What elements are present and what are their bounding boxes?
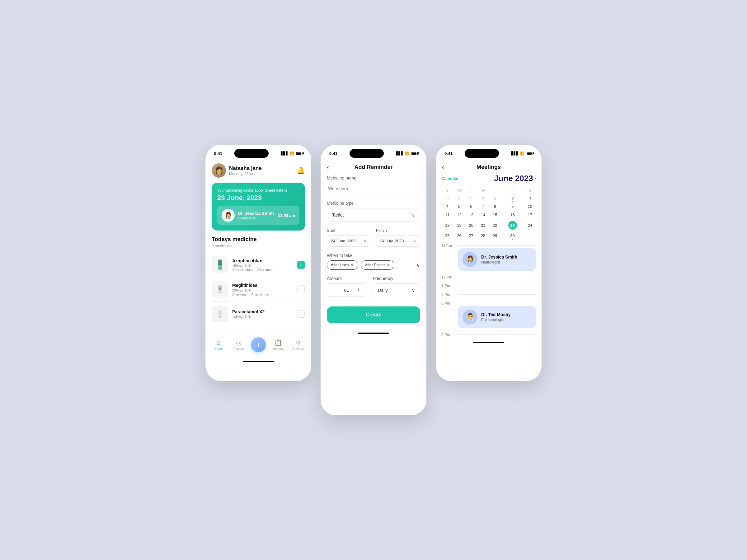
slot-3pm-content: 👨‍⚕️ Dr. Ted Mosby Pulmonologist xyxy=(458,300,536,328)
cal-day[interactable]: 10 xyxy=(524,202,536,211)
cal-day[interactable]: 26 xyxy=(453,232,465,240)
tag-after-lunch[interactable]: After lunch ✕ xyxy=(327,260,358,270)
cal-day has-dot[interactable]: 30 xyxy=(501,232,524,240)
tags-dropdown-icon[interactable]: ∨ xyxy=(416,262,420,268)
nav-settings[interactable]: ⚙ Settings xyxy=(290,339,306,351)
status-icons-3: ▋▋▋ 📶 xyxy=(511,152,533,156)
medicine-type-select[interactable]: Tablet ∨ xyxy=(327,208,420,222)
cal-day[interactable]: 1 xyxy=(489,194,501,202)
medicines-count: 8 medicines xyxy=(212,244,305,248)
calendar-arrow-icon[interactable]: › xyxy=(535,176,536,181)
doctor-avatar-1: 👩‍⚕️ xyxy=(222,209,235,222)
frequency-select[interactable]: Daily ∨ xyxy=(372,284,420,297)
cal-day[interactable]: 17 xyxy=(524,211,536,219)
appt-label: Your upcoming doctor appointment date is xyxy=(217,188,300,193)
chevron-down-icon: ∨ xyxy=(412,212,415,217)
cal-day[interactable]: 28 xyxy=(477,232,489,240)
explore-icon: ◎ xyxy=(236,339,241,346)
medicine-item-3: Paracetamol X2 100mg, 1pill xyxy=(212,302,305,326)
cal-day[interactable]: 8 xyxy=(489,202,501,211)
med-checkbox-2[interactable] xyxy=(297,285,305,293)
med-name-1: Azoptex obtax xyxy=(232,258,293,263)
time-2: 9:41 xyxy=(329,151,337,156)
med-icon-3 xyxy=(212,305,229,322)
cal-day[interactable]: 5 xyxy=(453,202,465,211)
back-button-2[interactable]: ‹ xyxy=(327,164,329,171)
wifi-icon-2: 📶 xyxy=(405,152,409,156)
cal-day has-dot[interactable]: 2 xyxy=(501,194,524,202)
cal-day[interactable]: 14 xyxy=(477,211,489,219)
sched-info-jessica: Dr. Jessica Smith Neurologist xyxy=(481,255,517,264)
time-line-4pm xyxy=(458,335,536,335)
calendar-header: Calendar June 2023 › xyxy=(441,174,536,183)
cal-day[interactable]: 25 xyxy=(441,232,453,240)
schedule-card-ted[interactable]: 👨‍⚕️ Dr. Ted Mosby Pulmonologist xyxy=(458,306,536,328)
stepper-plus-button[interactable]: + xyxy=(356,287,362,293)
cal-day[interactable]: 27 xyxy=(441,194,453,202)
time-label-11am: 11 Am xyxy=(441,243,455,248)
cal-day[interactable]: 18 xyxy=(441,219,453,232)
doctor-info-1: Dr. Jessica Smith Neurologist xyxy=(238,211,275,220)
nav-meeting-label: Meeting xyxy=(273,347,284,351)
create-button[interactable]: Create xyxy=(327,306,420,323)
cal-day[interactable]: 19 xyxy=(453,219,465,232)
cal-day[interactable]: 22 xyxy=(489,219,501,232)
cal-day[interactable]: 30 xyxy=(477,194,489,202)
cal-day[interactable]: 1 xyxy=(524,232,536,240)
back-button-3[interactable]: ‹ xyxy=(442,164,444,171)
cal-day[interactable]: 13 xyxy=(465,211,477,219)
meetings-title: Meetings xyxy=(476,164,501,170)
start-label: Start xyxy=(327,228,371,233)
appointment-card: Your upcoming doctor appointment date is… xyxy=(212,183,305,231)
tag-close-icon-2[interactable]: ✕ xyxy=(387,263,390,268)
when-to-take-label: When to take xyxy=(327,253,420,258)
slot-11am-content: 👩‍⚕️ Dr. Jessica Smith Neurologist xyxy=(458,243,536,271)
status-icons-1: ▋▋▋ 📶 xyxy=(281,152,303,156)
dynamic-island-2 xyxy=(350,149,384,158)
cal-day-today[interactable]: 23 xyxy=(501,219,524,232)
avatar-img: 👩 xyxy=(212,163,226,178)
cal-day[interactable]: 4 xyxy=(441,202,453,211)
cal-day[interactable]: 20 xyxy=(465,219,477,232)
nav-explore[interactable]: ◎ Explore xyxy=(231,339,247,351)
cal-day[interactable]: 6 xyxy=(465,202,477,211)
add-reminder-form: Medicine name Medicine type Tablet ∨ Sta… xyxy=(320,176,427,297)
cal-day[interactable]: 9 xyxy=(501,202,524,211)
stepper-minus-button[interactable]: − xyxy=(332,287,338,293)
svg-point-3 xyxy=(218,267,222,268)
cal-day[interactable]: 11 xyxy=(441,211,453,219)
cal-day[interactable]: 3 xyxy=(524,194,536,202)
weekday-s2: S xyxy=(524,187,536,194)
calendar-month: June 2023 xyxy=(494,174,533,183)
nav-home[interactable]: ⌂ Home xyxy=(211,339,226,351)
cal-day[interactable]: 27 xyxy=(465,232,477,240)
time-slot-11am: 11 Am 👩‍⚕️ Dr. Jessica Smith Neurologist xyxy=(441,243,536,271)
nav-add-button[interactable]: + xyxy=(251,337,266,352)
cal-day[interactable]: 7 xyxy=(477,202,489,211)
cal-day[interactable]: 16 xyxy=(501,211,524,219)
cal-day[interactable]: 28 xyxy=(453,194,465,202)
cal-day[interactable]: 29 xyxy=(465,194,477,202)
cal-day[interactable]: 15 xyxy=(489,211,501,219)
med-checkbox-3[interactable] xyxy=(297,310,305,318)
notification-bell-icon[interactable]: 🔔 xyxy=(297,166,305,175)
nav-meeting[interactable]: 📋 Meeting xyxy=(270,339,286,351)
tag-after-dinner[interactable]: After Dinner ✕ xyxy=(361,260,394,270)
start-date-picker[interactable]: 24 June, 2023 ∨ xyxy=(327,235,371,247)
schedule-card-jessica[interactable]: 👩‍⚕️ Dr. Jessica Smith Neurologist xyxy=(458,248,536,271)
med-timing-1: After breakfast , After lunch xyxy=(232,268,293,272)
cal-day[interactable]: 24 xyxy=(524,219,536,232)
cal-day[interactable]: 21 xyxy=(477,219,489,232)
cal-day[interactable]: 29 xyxy=(489,232,501,240)
settings-icon: ⚙ xyxy=(295,339,301,346)
cal-week-2: 4 5 6 7 8 9 10 xyxy=(441,202,536,211)
status-icons-2: ▋▋▋ 📶 xyxy=(396,152,418,156)
nav-settings-label: Settings xyxy=(292,347,304,351)
finish-date-picker[interactable]: 24 July, 2023 ∨ xyxy=(376,235,420,247)
medicine-name-input[interactable] xyxy=(327,183,420,194)
doctor-card-inner[interactable]: 👩‍⚕️ Dr. Jessica Smith Neurologist 11.00… xyxy=(217,206,300,225)
med-checkbox-1[interactable]: ✓ xyxy=(297,261,305,269)
cal-day[interactable]: 12 xyxy=(453,211,465,219)
medicine-item-2: Meglitinides 200mg, 1pill After lunch , … xyxy=(212,277,305,302)
tag-close-icon[interactable]: ✕ xyxy=(351,263,354,268)
